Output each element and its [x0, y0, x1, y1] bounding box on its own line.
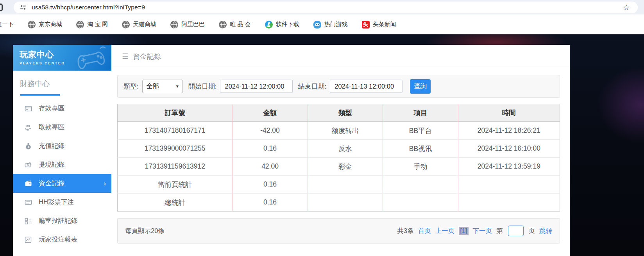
gamepad-icon [74, 45, 111, 71]
type-label: 類型: [123, 82, 139, 91]
deposit-card-icon [25, 105, 32, 112]
browser-top-bar: usa58.tv/hhcp/usercenter.html?iniType=9 … [0, 0, 644, 14]
prev-page-link[interactable]: 上一页 [435, 227, 455, 235]
cell-time: 2024-11-12 16:10:00 [458, 140, 560, 158]
bookmark-item[interactable]: 度一下 [0, 21, 14, 28]
hamburger-icon[interactable]: ☰ [122, 52, 129, 61]
start-date-input[interactable] [220, 80, 293, 93]
sidebar-item-hh-lottery-bets[interactable]: HH彩票下注 [13, 193, 111, 212]
pager: 共3条 首页 上一页 [1] 下一页 第 页 跳转 [397, 226, 552, 236]
cell-empty [383, 176, 458, 194]
cell-type: 反水 [308, 140, 383, 158]
page-size-text: 每頁顯示20條 [125, 227, 165, 235]
cell-time: 2024-11-12 18:26:21 [458, 122, 560, 140]
cash-envelope-icon [25, 161, 32, 169]
sidebar-item-recharge-record[interactable]: ¥ 充值記錄 [13, 137, 111, 155]
table-row: 1731399000071255 0.16 反水 BB视讯 2024-11-12… [118, 140, 560, 158]
cell-amount: 0.16 [233, 140, 308, 158]
type-select[interactable]: 全部 ▾ [142, 80, 183, 93]
sidebar-item-hall-bet-record[interactable]: 廳室投註記錄 [13, 212, 111, 230]
cell-type: 彩金 [308, 158, 383, 176]
withdraw-hand-icon [25, 124, 32, 131]
sidebar-item-withdrawal-record[interactable]: 提現記錄 [13, 155, 111, 174]
jump-page-input[interactable] [508, 226, 524, 236]
players-center-header: 玩家中心 PLAYERS CENTER [13, 45, 111, 71]
bookmark-label: 热门游戏 [324, 21, 348, 28]
bookmark-item[interactable]: 头 头条新闻 [362, 21, 396, 28]
url-text[interactable]: usa58.tv/hhcp/usercenter.html?iniType=9 [32, 4, 623, 11]
sidebar-item-player-bet-report[interactable]: 玩家投注報表 [13, 230, 111, 249]
jump-action-link[interactable]: 跳转 [539, 227, 552, 235]
cell-order-no: 1731399000071255 [118, 140, 233, 158]
bookmark-item[interactable]: 阿里巴巴 [170, 21, 205, 28]
report-chart-icon [25, 236, 32, 244]
sidebar-item-label: HH彩票下注 [39, 198, 106, 206]
sidebar-item-withdraw[interactable]: 取款專區 [13, 118, 111, 137]
page-background: 玩家中心 PLAYERS CENTER 財務中心 [0, 34, 644, 256]
table-header-row: 訂單號 金額 類型 項目 時間 [118, 104, 560, 122]
svg-text:¥: ¥ [27, 145, 29, 148]
finance-center-label: 財務中心 [20, 79, 111, 89]
sidebar-item-label: 資金記錄 [39, 179, 97, 188]
chevron-right-icon: › [104, 180, 106, 188]
bookmark-item[interactable]: 京东商城 [28, 21, 62, 28]
user-center-panel: 玩家中心 PLAYERS CENTER 財務中心 [13, 45, 570, 256]
search-button[interactable]: 查詢 [410, 79, 431, 94]
main-content: ☰ 資金記錄 類型: 全部 ▾ 開始日期: 結束日期: 查詢 [111, 45, 570, 256]
end-date-input[interactable] [330, 80, 402, 93]
bookmark-item[interactable]: 热门游戏 [313, 21, 348, 28]
cell-amount: 0.16 [233, 176, 308, 194]
bookmark-label: 淘 宝 网 [87, 21, 108, 28]
wallet-icon [25, 180, 32, 187]
cell-empty [458, 194, 560, 212]
sidebar-item-label: 廳室投註記錄 [39, 217, 106, 225]
table-row: 1731407180167171 -42.00 额度转出 BB平台 2024-1… [118, 122, 560, 140]
cell-empty [383, 194, 458, 212]
cell-summary-label: 總統計 [118, 194, 233, 212]
sidebar-item-label: 存款專區 [39, 104, 106, 113]
pagination-bar: 每頁顯示20條 共3条 首页 上一页 [1] 下一页 第 页 跳转 [117, 218, 560, 244]
bookmark-item[interactable]: 淘 宝 网 [76, 21, 108, 28]
page-header: ☰ 資金記錄 [111, 45, 570, 68]
sidebar-item-deposit[interactable]: 存款專區 [13, 99, 111, 118]
toutiao-favicon-icon: 头 [362, 21, 370, 28]
cell-amount: 0.16 [233, 194, 308, 212]
globe-favicon-icon [122, 21, 130, 28]
next-page-link[interactable]: 下一页 [473, 227, 492, 235]
address-bar[interactable]: usa58.tv/hhcp/usercenter.html?iniType=9 … [14, 2, 638, 13]
bookmark-label: 京东商城 [39, 21, 62, 28]
bookmark-label: 软件下载 [276, 21, 299, 28]
bookmark-label: 度一下 [0, 21, 14, 28]
jump-suffix-label: 页 [529, 227, 535, 235]
bookmark-star-icon[interactable]: ☆ [623, 3, 630, 12]
software-download-favicon-icon [265, 21, 273, 28]
total-count-text: 共3条 [397, 227, 413, 235]
bookmark-label: 天猫商城 [133, 21, 156, 28]
col-header-item: 項目 [383, 104, 458, 122]
sidebar-menu: 存款專區 取款專區 ¥ 充值記錄 [13, 99, 111, 249]
bookmark-item[interactable]: 唯 品 会 [219, 21, 250, 28]
col-header-amount: 金額 [233, 104, 308, 122]
cell-item: BB平台 [383, 122, 458, 140]
sidebar-item-label: 玩家投注報表 [39, 235, 106, 244]
globe-favicon-icon [28, 21, 36, 28]
cell-item: BB视讯 [383, 140, 458, 158]
current-page-indicator: [1] [459, 227, 468, 235]
globe-favicon-icon [219, 21, 227, 28]
page-title: 資金記錄 [133, 52, 161, 61]
bookmark-item[interactable]: 天猫商城 [122, 21, 156, 28]
chevron-down-icon: ▾ [176, 84, 179, 89]
table-row-page-summary: 當前頁統計 0.16 [118, 176, 560, 194]
table-row: 1731391159613912 42.00 彩金 手动 2024-11-12 … [118, 158, 560, 176]
cell-amount: 42.00 [233, 158, 308, 176]
globe-favicon-icon [76, 21, 84, 28]
bookmark-item[interactable]: 软件下载 [265, 21, 299, 28]
first-page-link[interactable]: 首页 [418, 227, 431, 235]
col-header-order-no: 訂單號 [118, 104, 233, 122]
site-settings-icon[interactable] [19, 4, 27, 11]
sidebar-item-label: 取款專區 [39, 123, 106, 132]
sidebar-item-funds-record[interactable]: 資金記錄 › [13, 174, 111, 193]
cell-empty [458, 176, 560, 194]
bookmark-label: 头条新闻 [373, 21, 396, 28]
sidebar-item-label: 充值記錄 [39, 142, 106, 150]
